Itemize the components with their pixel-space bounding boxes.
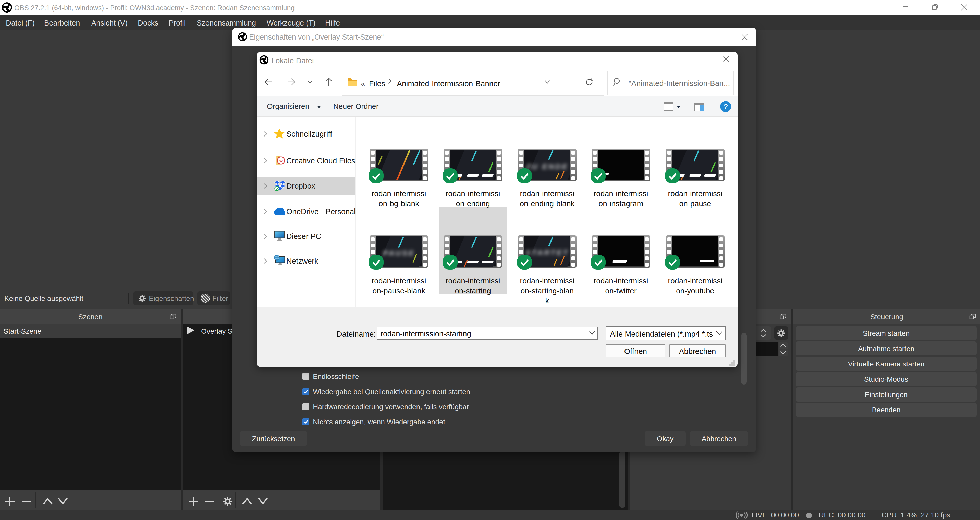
svg-text:∞: ∞ — [280, 158, 283, 163]
